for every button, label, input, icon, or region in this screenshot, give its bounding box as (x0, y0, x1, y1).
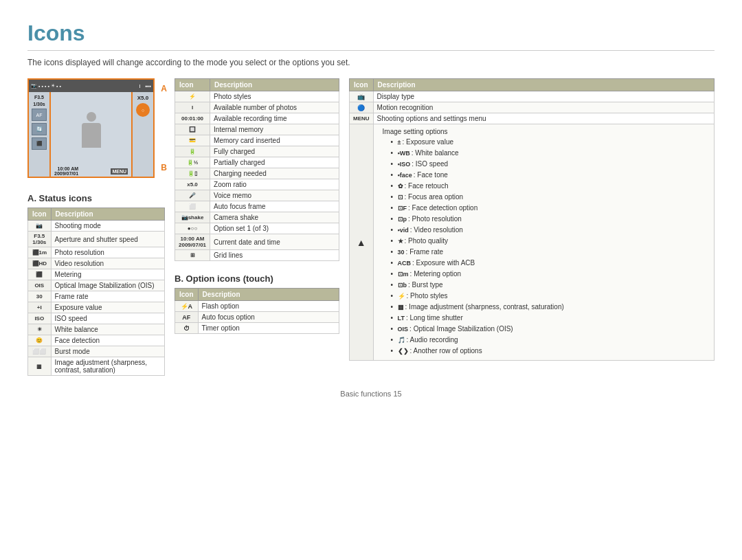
status-icon: ☀ (28, 324, 52, 335)
middle-icon: 🔲 (175, 124, 210, 135)
status-desc-header: Description (51, 208, 164, 221)
list-item: 30: Frame rate (391, 247, 710, 258)
option-icon: AF (175, 312, 199, 323)
status-icon: 📷 (28, 221, 52, 232)
display-type-desc: Display type (373, 91, 714, 102)
middle-desc: Option set 1 (of 3) (210, 223, 339, 234)
list-item: ▪WB: White balance (391, 148, 710, 159)
status-icon: F3.5 1/30s (28, 232, 52, 247)
table-row: ▦Image adjustment (sharpness, contrast, … (28, 357, 165, 376)
list-item: ▦: Image adjustment (sharpness, contrast… (391, 302, 710, 313)
list-item: ⊡F: Face detection option (391, 203, 710, 214)
right-desc-header: Description (373, 79, 714, 91)
table-row: ☀White balance (28, 324, 165, 335)
display-type-icon: 📺 (350, 91, 374, 102)
status-icon: ⬛ (28, 269, 52, 280)
middle-icon: ⚡ (175, 91, 210, 102)
table-row: ISOISO speed (28, 313, 165, 324)
page-title: Icons (27, 21, 715, 51)
table-row: 🔋▯Charging needed (175, 168, 339, 179)
image-settings-block: Image setting options ±: Exposure value▪… (377, 126, 710, 359)
motion-icon: 🔵 (350, 102, 374, 113)
middle-column: Icon Description ⚡Photo stylesIAvailable… (175, 78, 339, 334)
middle-desc: Camera shake (210, 212, 339, 223)
option-icon: ⏱ (175, 323, 199, 334)
table-row: 00:01:00Available recording time (175, 113, 339, 124)
table-row: ⬛Metering (28, 269, 165, 280)
focus-icon: 🔄 (32, 123, 47, 135)
page-subtitle: The icons displayed will change accordin… (27, 58, 715, 67)
option-icon: ⚡A (175, 301, 199, 312)
footer: Basic functions 15 (27, 390, 715, 398)
status-table: Icon Description 📷Shooting modeF3.5 1/30… (27, 208, 165, 376)
option-table: Icon Description ⚡AFlash optionAFAuto fo… (175, 288, 339, 334)
af-icon: AF (32, 109, 47, 121)
status-desc: Exposure value (51, 302, 164, 313)
list-item: ❮❯: Another row of options (391, 346, 710, 357)
table-row: ⬜Auto focus frame (175, 201, 339, 212)
middle-desc: Available number of photos (210, 102, 339, 113)
zoom-value: X5.0 (137, 95, 148, 101)
table-row: AFAuto focus option (175, 312, 339, 323)
status-desc: Metering (51, 269, 164, 280)
middle-icon: 🔋½ (175, 157, 210, 168)
status-desc: Optical Image Stabilization (OIS) (51, 280, 164, 291)
option-desc-header: Description (198, 289, 339, 301)
middle-desc: Fully charged (210, 146, 339, 157)
middle-desc: Partially charged (210, 157, 339, 168)
table-row: F3.5 1/30sAperture and shutter speed (28, 232, 165, 247)
figure-body (82, 123, 101, 148)
status-desc: Photo resolution (51, 247, 164, 258)
middle-icon: 🔋 (175, 146, 210, 157)
middle-icon: ⊞ (175, 250, 210, 261)
list-item: ▪vid: Video resolution (391, 225, 710, 236)
aperture-value: F3.5 (34, 95, 44, 100)
status-desc: Shooting mode (51, 221, 164, 232)
option-section-title: B. Option icons (touch) (175, 273, 339, 284)
list-item: ★: Photo quality (391, 236, 710, 247)
table-row: 🔋Fully charged (175, 146, 339, 157)
status-icon: ISO (28, 313, 52, 324)
table-row: 📷Shooting mode (28, 221, 165, 232)
menu-desc: Shooting options and settings menu (373, 113, 714, 124)
middle-desc: Current date and time (210, 234, 339, 250)
table-row: ●○○Option set 1 (of 3) (175, 223, 339, 234)
list-item: ⚡: Photo styles (391, 291, 710, 302)
list-item: ⊡m: Metering option (391, 269, 710, 280)
label-b: B (161, 163, 167, 172)
middle-icon: 💳 (175, 135, 210, 146)
status-icon: +I (28, 302, 52, 313)
middle-icon: 📷shake (175, 212, 210, 223)
middle-desc: Auto focus frame (210, 201, 339, 212)
status-icon: ⬜⬜ (28, 346, 52, 357)
option-desc: Timer option (198, 323, 339, 334)
middle-desc: Grid lines (210, 250, 339, 261)
middle-desc: Memory card inserted (210, 135, 339, 146)
table-row: MENU Shooting options and settings menu (350, 113, 715, 124)
status-icon: ⬛1m (28, 247, 52, 258)
status-desc: Image adjustment (sharpness, contrast, s… (51, 357, 164, 376)
status-icon: 30 (28, 291, 52, 302)
table-row: 📺 Display type (350, 91, 715, 102)
motion-desc: Motion recognition (373, 102, 714, 113)
table-row: ⊞Grid lines (175, 250, 339, 261)
middle-desc: Charging needed (210, 168, 339, 179)
table-row: ▲ Image setting options ±: Exposure valu… (350, 124, 715, 361)
middle-icon: 🎤 (175, 190, 210, 201)
status-desc: Burst mode (51, 346, 164, 357)
list-item: OIS: Optical Image Stabilization (OIS) (391, 324, 710, 335)
table-row: 10:00 AM 2009/07/01Current date and time (175, 234, 339, 250)
right-table: Icon Description 📺 Display type 🔵 Motion… (349, 78, 715, 361)
status-desc: Face detection (51, 335, 164, 346)
middle-icon-header: Icon (175, 79, 210, 91)
camera-left-panel: F3.5 1/30s AF 🔄 ⬛ (29, 92, 51, 178)
status-icon: ▦ (28, 357, 52, 376)
table-row: ⚡Photo styles (175, 91, 339, 102)
status-section-title: A. Status icons (27, 193, 165, 203)
image-settings-title: Image setting options (383, 128, 710, 135)
list-item: ✿: Face retouch (391, 181, 710, 192)
list-item: ▪ISO: ISO speed (391, 159, 710, 170)
option-icon-header: Icon (175, 289, 199, 301)
status-desc: ISO speed (51, 313, 164, 324)
camera-body: F3.5 1/30s AF 🔄 ⬛ X5.0 ○ (29, 92, 153, 178)
